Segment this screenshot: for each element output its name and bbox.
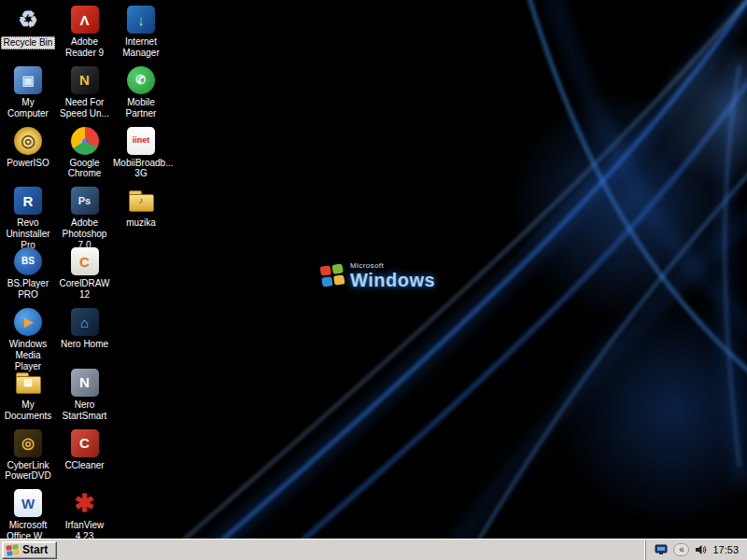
desktop-icon-my-computer[interactable]: ▣My Computer — [0, 66, 56, 119]
icon-label: Adobe Reader 9 — [57, 36, 113, 59]
desktop-icon-irfanview[interactable]: ✱IrfanView 4.23 — [57, 489, 113, 539]
windows-logo: Microsoft Windows — [321, 262, 435, 289]
folder-icon: ♪ — [127, 187, 155, 215]
desktop-icon-revo-uninstaller-pro[interactable]: RRevo Uninstaller Pro — [0, 187, 56, 250]
recycle-bin-icon: ♻ — [14, 6, 42, 34]
need-for-speed-icon: N — [71, 66, 99, 94]
desktop-icon-nero-startsmart[interactable]: NNero StartSmart — [57, 369, 113, 422]
icon-label: MobiiBroadb... 3G — [112, 158, 170, 180]
icon-label: Nero Home — [60, 339, 109, 350]
internet-manager-icon: ↓ — [127, 6, 155, 34]
desktop-icon-adobe-reader-9[interactable]: ΛAdobe Reader 9 — [57, 6, 113, 59]
icon-label: Microsoft Office W... — [0, 520, 56, 539]
taskbar: Start « 17:53 — [0, 539, 747, 560]
microsoft-text: Microsoft — [350, 262, 435, 270]
adobe-reader-icon: Λ — [71, 6, 99, 34]
desktop-icon-mobiibroadband-3g[interactable]: iinetMobiiBroadb... 3G — [113, 127, 169, 180]
icon-label: Google Chrome — [57, 158, 113, 180]
desktop-icon-recycle-bin[interactable]: ♻Recycle Bin — [0, 6, 56, 49]
icon-label: Internet Manager — [113, 36, 169, 59]
icon-label: Need For Speed Un... — [57, 97, 113, 119]
icon-label: Revo Uninstaller Pro — [0, 217, 56, 250]
icon-label: My Computer — [0, 97, 56, 119]
start-button[interactable]: Start — [2, 541, 57, 559]
powerdvd-icon: ◎ — [14, 429, 42, 457]
desktop-icon-poweriso[interactable]: ◎PowerISO — [0, 127, 56, 169]
system-tray: « 17:53 — [645, 540, 745, 560]
coreldraw-icon: C — [71, 247, 99, 275]
desktop-icon-my-documents[interactable]: ▤My Documents — [0, 369, 56, 422]
icon-label: Mobile Partner — [113, 97, 169, 119]
irfanview-icon: ✱ — [71, 489, 99, 517]
iinet-icon: iinet — [127, 127, 155, 155]
icon-label: BS.Player PRO — [0, 278, 56, 301]
mobile-partner-icon: ✆ — [127, 66, 155, 94]
taskbar-task-area[interactable] — [61, 540, 641, 559]
desktop-icon-nero-home[interactable]: ⌂Nero Home — [57, 308, 113, 350]
nero-startsmart-icon: N — [71, 369, 99, 397]
icon-label: Adobe Photoshop 7.0 — [57, 217, 113, 250]
desktop-icon-google-chrome[interactable]: ●Google Chrome — [57, 127, 113, 180]
start-button-label: Start — [22, 543, 48, 556]
bs-player-icon: BS — [14, 247, 42, 275]
icon-label: PowerISO — [6, 158, 50, 169]
photoshop-icon: Ps — [71, 187, 99, 215]
word-icon: W — [14, 489, 42, 517]
ccleaner-icon: C — [71, 429, 99, 457]
desktop-icon-mobile-partner[interactable]: ✆Mobile Partner — [113, 66, 169, 119]
desktop-icon-ccleaner[interactable]: CCCleaner — [57, 429, 113, 471]
desktop-icon-bs-player-pro[interactable]: BSBS.Player PRO — [0, 247, 56, 301]
windows-wordmark: Windows — [350, 271, 435, 289]
desktop-icon-coreldraw-12[interactable]: CCorelDRAW 12 — [57, 247, 113, 301]
icon-label: CyberLink PowerDVD — [0, 460, 56, 483]
icon-label: My Documents — [0, 399, 56, 422]
desktop[interactable]: Microsoft Windows ♻Recycle Bin▣My Comput… — [0, 0, 747, 539]
windows-flag-icon — [320, 263, 345, 287]
tray-chevron-button[interactable]: « — [673, 543, 689, 556]
volume-icon[interactable] — [695, 544, 707, 555]
my-documents-icon: ▤ — [14, 369, 42, 397]
icon-label: CorelDRAW 12 — [57, 278, 113, 301]
my-computer-icon: ▣ — [14, 66, 42, 94]
desktop-icon-internet-manager[interactable]: ↓Internet Manager — [113, 6, 169, 59]
icon-label: CCleaner — [63, 460, 105, 471]
icon-label: IrfanView 4.23 — [57, 520, 113, 539]
nero-home-icon: ⌂ — [71, 308, 99, 336]
desktop-icon-windows-media-player[interactable]: ▶Windows Media Player — [0, 308, 56, 371]
icon-label: muzika — [125, 217, 157, 229]
display-icon[interactable] — [655, 544, 668, 555]
revo-uninstaller-icon: R — [14, 187, 42, 215]
chrome-icon: ● — [71, 127, 99, 155]
start-flag-icon — [6, 544, 19, 556]
desktop-icon-microsoft-office-word[interactable]: WMicrosoft Office W... — [0, 489, 56, 539]
desktop-icon-muzika[interactable]: ♪muzika — [113, 187, 169, 229]
icon-label: Nero StartSmart — [57, 399, 113, 422]
desktop-icon-cyberlink-powerdvd[interactable]: ◎CyberLink PowerDVD — [0, 429, 56, 483]
desktop-icon-adobe-photoshop-7[interactable]: PsAdobe Photoshop 7.0 — [57, 187, 113, 250]
taskbar-clock[interactable]: 17:53 — [712, 544, 740, 555]
poweriso-icon: ◎ — [14, 127, 42, 155]
media-player-icon: ▶ — [14, 308, 42, 336]
icon-label: Recycle Bin — [1, 36, 56, 49]
icon-label: Windows Media Player — [0, 339, 56, 371]
desktop-icon-need-for-speed[interactable]: NNeed For Speed Un... — [57, 66, 113, 119]
